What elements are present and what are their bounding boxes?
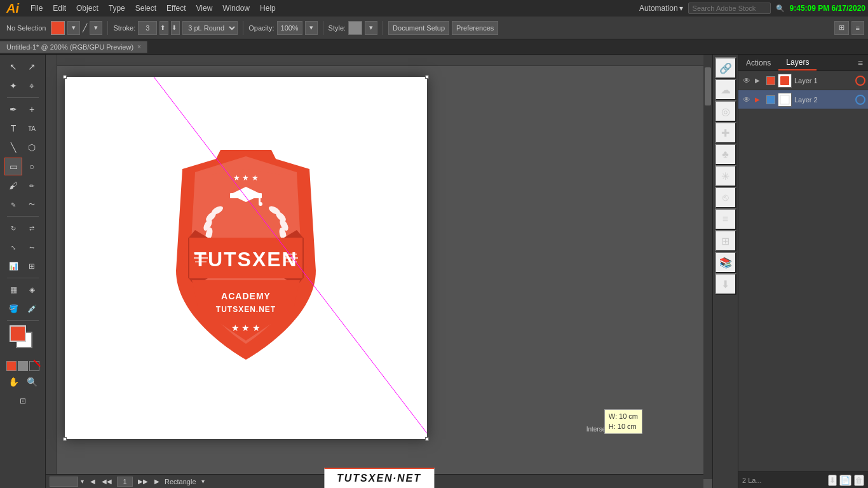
artboard[interactable]: ★ ★ ★ xyxy=(65,77,427,439)
qt-place-btn[interactable]: ⬇ xyxy=(715,273,736,295)
zoom-dropdown-btn[interactable]: ▾ xyxy=(79,478,85,485)
layers-tab[interactable]: Layers xyxy=(778,55,817,71)
qt-symbol-btn[interactable]: ✳ xyxy=(715,165,736,187)
tab-close-btn[interactable]: × xyxy=(137,43,141,50)
qt-puppet-btn[interactable]: ✚ xyxy=(715,122,736,144)
pen-tool[interactable]: ✒ xyxy=(4,100,22,118)
qt-lines-btn[interactable]: ≡ xyxy=(715,208,736,230)
menu-select[interactable]: Select xyxy=(130,3,161,14)
shape-tool[interactable]: ⬡ xyxy=(23,139,41,156)
stroke-adjust-down-btn[interactable]: ⬇ xyxy=(171,21,180,35)
rectangle-tool[interactable]: ▭ xyxy=(4,158,22,175)
stroke-adjust-btn[interactable]: ⬆ xyxy=(159,21,168,35)
menu-effect[interactable]: Effect xyxy=(161,3,191,14)
layer-expand-2[interactable]: ▶ xyxy=(755,96,764,103)
qt-link-btn[interactable]: 🔗 xyxy=(715,57,736,79)
opacity-input[interactable] xyxy=(277,21,302,35)
canvas-area[interactable]: ★ ★ ★ xyxy=(46,55,712,488)
selection-handle-bl[interactable] xyxy=(63,437,67,441)
pencil-tool[interactable]: ✎ xyxy=(4,196,22,214)
magic-wand-tool[interactable]: ✦ xyxy=(4,77,22,95)
scrollbar-vertical[interactable] xyxy=(703,55,712,479)
paintbrush-tool[interactable]: 🖌 xyxy=(4,177,22,194)
zoom-input[interactable]: 200% xyxy=(50,477,78,487)
reflect-tool[interactable]: ⇌ xyxy=(23,219,41,237)
page-input[interactable] xyxy=(117,477,133,487)
color-swatch-gray[interactable] xyxy=(18,361,28,371)
graph-tool[interactable]: 📊 xyxy=(4,257,22,275)
actions-tab[interactable]: Actions xyxy=(738,56,778,70)
stock-search-input[interactable] xyxy=(688,3,771,14)
add-anchor-tool[interactable]: + xyxy=(23,100,41,118)
select-tool[interactable]: ↖ xyxy=(4,58,22,76)
scroll-thumb-vertical[interactable] xyxy=(705,67,711,105)
menu-window[interactable]: Window xyxy=(217,3,255,14)
shear-tool[interactable]: ⥊ xyxy=(23,238,41,256)
fill-color-swatch[interactable] xyxy=(51,21,65,35)
fill-options-btn[interactable]: ▾ xyxy=(67,21,80,35)
selection-handle-tl[interactable] xyxy=(63,75,67,79)
preferences-btn[interactable]: Preferences xyxy=(452,21,498,35)
style-options-btn[interactable]: ▾ xyxy=(365,21,377,35)
last-page-btn[interactable]: ▶▶ xyxy=(137,478,149,485)
artboard-btn[interactable]: ⊡ xyxy=(14,392,32,410)
eyedropper-tool[interactable]: 💉 xyxy=(23,300,41,318)
first-page-btn[interactable]: ◀◀ xyxy=(100,478,113,485)
panel-menu-btn[interactable]: ≡ xyxy=(853,58,868,68)
make-sublayer-btn[interactable]: ⬇ xyxy=(828,475,837,486)
qt-puppet2-btn[interactable]: ♣ xyxy=(715,144,736,165)
opacity-arrow-btn[interactable]: ▾ xyxy=(305,21,318,35)
gradient-tool[interactable]: ▦ xyxy=(4,281,22,299)
qt-cloud-btn[interactable]: ☁ xyxy=(715,79,736,100)
zoom-tool[interactable]: 🔍 xyxy=(23,373,41,391)
stroke-type-select[interactable]: 3 pt. Round xyxy=(182,21,238,35)
scale-tool[interactable]: ⤡ xyxy=(4,238,22,256)
doc-setup-btn[interactable]: Document Setup xyxy=(388,21,449,35)
extras-btn[interactable]: ≡ xyxy=(851,21,864,35)
foreground-color-swatch[interactable] xyxy=(10,325,26,342)
ellipse-tool[interactable]: ○ xyxy=(23,158,41,175)
blob-tool[interactable]: ✏ xyxy=(23,177,41,194)
qt-effect-btn[interactable]: ◎ xyxy=(715,100,736,122)
line-tool[interactable]: ╲ xyxy=(4,139,22,156)
document-tab[interactable]: Untitled-1* @ 200% (RGB/GPU Preview) × xyxy=(0,41,148,53)
new-layer-btn[interactable]: 📄 xyxy=(839,475,851,486)
layer-item-1[interactable]: 👁 ▶ Layer 1 xyxy=(738,71,868,90)
arrange-btn[interactable]: ⊞ xyxy=(834,21,849,35)
blend-tool[interactable]: ◈ xyxy=(23,281,41,299)
touch-type-tool[interactable]: TA xyxy=(23,119,41,137)
layer-item-2[interactable]: 👁 ▶ Layer 2 xyxy=(738,90,868,109)
selection-handle-br[interactable] xyxy=(425,437,429,441)
automation-button[interactable]: Automation ▾ xyxy=(639,4,683,13)
qt-library-btn[interactable]: 📚 xyxy=(715,252,736,273)
next-page-btn[interactable]: ▶ xyxy=(153,478,161,485)
artboard-nav-btn[interactable]: ▾ xyxy=(200,478,206,485)
menu-object[interactable]: Object xyxy=(71,3,104,14)
delete-layer-btn[interactable]: 🗑 xyxy=(854,475,864,486)
rotate-tool[interactable]: ↻ xyxy=(4,219,22,237)
text-tool[interactable]: T xyxy=(4,119,22,137)
prev-page-btn[interactable]: ◀ xyxy=(89,478,97,485)
lasso-tool[interactable]: ⌖ xyxy=(23,77,41,95)
layer-expand-1[interactable]: ▶ xyxy=(755,77,764,84)
paint-bucket-tool[interactable]: 🪣 xyxy=(4,300,22,318)
menu-file[interactable]: File xyxy=(25,3,48,14)
hand-tool[interactable]: ✋ xyxy=(4,373,22,391)
direct-select-tool[interactable]: ↗ xyxy=(23,58,41,76)
qt-expand-btn[interactable]: ⊞ xyxy=(715,230,736,252)
stroke-width-input[interactable] xyxy=(138,21,157,35)
selection-handle-tr[interactable] xyxy=(425,75,429,79)
style-swatch[interactable] xyxy=(348,21,362,35)
menu-edit[interactable]: Edit xyxy=(48,3,71,14)
stroke-options-btn[interactable]: ▾ xyxy=(90,21,102,35)
layer-visibility-2[interactable]: 👁 xyxy=(741,94,752,105)
color-swatch-red[interactable] xyxy=(6,361,17,371)
menu-help[interactable]: Help xyxy=(255,3,281,14)
layer-target-circle-1[interactable] xyxy=(855,76,865,86)
menu-view[interactable]: View xyxy=(191,3,218,14)
menu-type[interactable]: Type xyxy=(104,3,130,14)
mesh-tool[interactable]: ⊞ xyxy=(23,257,41,275)
qt-export-btn[interactable]: ⎋ xyxy=(715,187,736,208)
color-swatch-none[interactable] xyxy=(29,361,39,371)
layer-target-circle-2[interactable] xyxy=(855,95,865,105)
